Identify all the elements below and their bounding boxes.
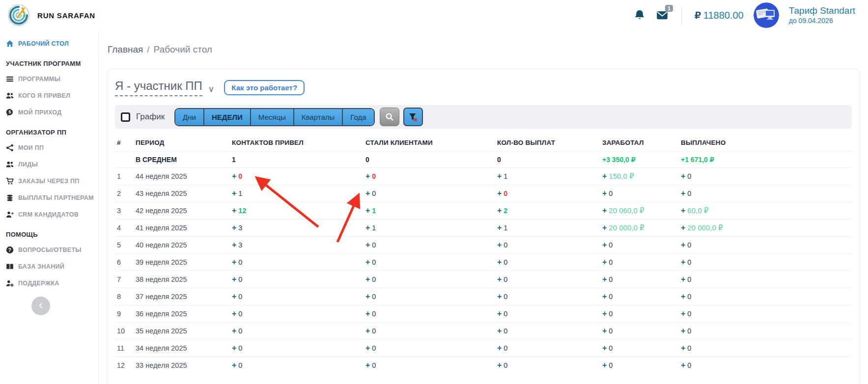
panel-title-dropdown[interactable]: Я - участник ПП [115, 79, 202, 96]
tariff-until: до 09.04.2026 [789, 17, 855, 26]
tariff-info[interactable]: Тариф Standart до 09.04.2026 [789, 5, 855, 25]
cell-value: 3 [238, 224, 242, 232]
cell-value: 0 [687, 190, 691, 197]
users-icon [6, 92, 14, 100]
tab-кварталы[interactable]: Кварталы [294, 109, 343, 125]
sidebar-nav: РАБОЧИЙ СТОЛУЧАСТНИК ПРОГРАММПРОГРАММЫКО… [6, 35, 96, 292]
tab-дни[interactable]: Дни [175, 109, 204, 125]
dashboard-card: Я - участник ПП ∨ Как это работает? Граф… [107, 69, 860, 384]
bell-icon[interactable] [633, 9, 646, 22]
sidebar-item-поддержка[interactable]: ПОДДЕРЖКА [6, 275, 96, 292]
row-period: 36 неделя 2025 [134, 305, 230, 323]
plus-icon: + [232, 361, 236, 369]
row-index: 4 [115, 219, 134, 237]
row-cell: +0 [230, 254, 364, 271]
sidebar-item-рабочий-стол[interactable]: РАБОЧИЙ СТОЛ [6, 35, 96, 52]
cell-value: 2 [504, 207, 507, 215]
row-cell: +0 [679, 288, 852, 305]
plus-icon: + [365, 292, 370, 301]
plus-icon: + [365, 172, 370, 180]
breadcrumb-home-link[interactable]: Главная [108, 44, 143, 55]
brand-name: RUN SARAFAN [37, 11, 95, 20]
row-cell: +1 [495, 168, 600, 185]
table-row: 837 неделя 2025+0+0+0+0+0 [115, 288, 852, 305]
sidebar-item-база-знаний[interactable]: БАЗА ЗНАНИЙ [6, 258, 96, 275]
plus-icon: + [232, 206, 236, 215]
cell-value: 0 [372, 310, 376, 318]
plus-icon: + [497, 206, 502, 215]
plus-icon: + [497, 344, 502, 352]
cell-value: 0 [238, 172, 242, 180]
plus-icon: + [365, 241, 370, 249]
question-icon: ? [6, 246, 14, 254]
sidebar-item-label: БАЗА ЗНАНИЙ [18, 263, 64, 270]
sidebar-item-crm-кандидатов[interactable]: CRM КАНДИДАТОВ [6, 206, 96, 223]
sidebar-item-заказы-через-пп[interactable]: ЗАКАЗЫ ЧЕРЕЗ ПП [6, 173, 96, 190]
tab-месяцы[interactable]: Месяцы [251, 109, 294, 125]
plus-icon: + [232, 309, 236, 318]
average-row-label: В СРЕДНЕМ [134, 152, 230, 168]
row-cell: +0 [495, 185, 600, 202]
column-header: КОНТАКТОВ ПРИВЕЛ [230, 134, 364, 152]
row-cell: +3 [230, 237, 364, 254]
table-row: 441 неделя 2025+3+1+1+20 000,0 ₽+20 000,… [115, 219, 852, 237]
plus-icon: + [365, 275, 370, 283]
row-cell: +20 000,0 ₽ [679, 219, 852, 237]
table-row: 144 неделя 2025+0+0+1+150,0 ₽+0 [115, 168, 852, 185]
chevron-down-icon[interactable]: ∨ [208, 84, 214, 94]
cell-value: 0 [238, 258, 242, 266]
plus-icon: + [681, 223, 685, 232]
row-cell: +0 [364, 271, 495, 288]
header-actions: 1 ₽11880.00 Тариф Standart до 09.04.2026 [633, 2, 855, 28]
plus-icon: + [232, 327, 236, 335]
sidebar-item-выплаты-партнерам[interactable]: ВЫПЛАТЫ ПАРТНЕРАМ [6, 190, 96, 206]
sidebar-item-вопросы-ответы[interactable]: ?ВОПРОСЫ/ОТВЕТЫ [6, 242, 96, 258]
plus-icon: + [365, 327, 370, 335]
cell-value: 0 [609, 327, 613, 335]
sidebar-collapse-button[interactable]: ‹ [31, 297, 50, 315]
sidebar-item-мой-приход[interactable]: $МОЙ ПРИХОД [6, 104, 96, 121]
cell-value: 0 [372, 275, 376, 283]
cell-value: 0 [238, 361, 242, 369]
plus-icon: + [497, 327, 502, 335]
cell-value: 1 [372, 207, 376, 215]
list-icon [6, 75, 14, 83]
balance[interactable]: ₽11880.00 [695, 9, 744, 21]
table-row: 936 неделя 2025+0+0+0+0+0 [115, 305, 852, 323]
column-header: ЗАРАБОТАЛ [600, 134, 679, 152]
cell-value: 0 [687, 361, 691, 369]
average-contacts: 1 [230, 152, 364, 168]
tab-года[interactable]: Года [343, 109, 373, 125]
sidebar-item-мои-пп[interactable]: МОИ ПП [6, 139, 96, 156]
sidebar: РАБОЧИЙ СТОЛУЧАСТНИК ПРОГРАММПРОГРАММЫКО… [0, 30, 99, 384]
filter-clear-button[interactable] [403, 108, 423, 126]
chart-checkbox[interactable] [121, 112, 130, 122]
cell-value: 0 [372, 327, 376, 335]
sidebar-item-программы[interactable]: ПРОГРАММЫ [6, 71, 96, 87]
row-cell: +2 [495, 202, 600, 219]
search-button[interactable] [380, 108, 399, 126]
table-row: 738 неделя 2025+0+0+0+0+0 [115, 271, 852, 288]
row-cell: +0 [364, 254, 495, 271]
row-cell: +0 [364, 340, 495, 357]
cell-value: 0 [609, 293, 613, 301]
messages-button[interactable]: 1 [656, 9, 669, 22]
how-it-works-button[interactable]: Как это работает? [224, 80, 305, 95]
cart-icon [6, 177, 14, 185]
tab-недели[interactable]: НЕДЕЛИ [204, 109, 251, 125]
period-tab-group: ДниНЕДЕЛИМесяцыКварталыГода [174, 108, 374, 126]
row-cell: +0 [230, 168, 364, 185]
table-header-row: #ПЕРИОДКОНТАКТОВ ПРИВЕЛСТАЛИ КЛИЕНТАМИКО… [115, 134, 852, 152]
filter-clear-icon [408, 112, 418, 122]
sidebar-item-лиды[interactable]: ЛИДЫ [6, 156, 96, 173]
row-cell: +0 [495, 323, 600, 340]
row-cell: +0 [600, 288, 679, 305]
search-icon [385, 112, 394, 121]
row-cell: +0 [600, 340, 679, 357]
row-period: 35 неделя 2025 [134, 323, 230, 340]
sidebar-item-кого-я-привел[interactable]: КОГО Я ПРИВЕЛ [6, 87, 96, 104]
tariff-title: Тариф Standart [789, 5, 855, 17]
stats-table: #ПЕРИОДКОНТАКТОВ ПРИВЕЛСТАЛИ КЛИЕНТАМИКО… [115, 134, 852, 374]
avatar[interactable] [754, 2, 779, 28]
plus-icon: + [497, 172, 502, 180]
